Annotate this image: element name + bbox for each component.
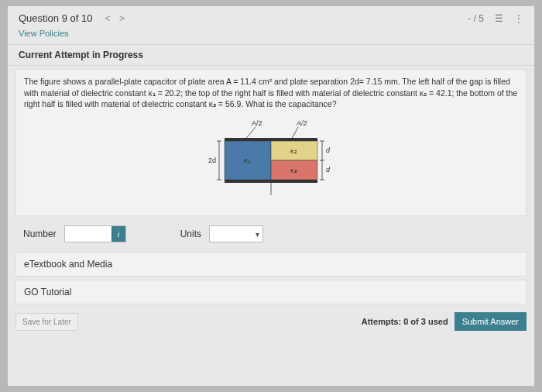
units-select[interactable]: ▾ xyxy=(209,225,263,242)
question-body: The figure shows a parallel-plate capaci… xyxy=(15,69,527,216)
question-counter: Question 9 of 10 xyxy=(19,12,92,24)
diagram-svg: A/2 A/2 2d κ₁ κ₂ κ₃ xyxy=(182,118,360,203)
footer: Save for Later Attempts: 0 of 3 used Sub… xyxy=(8,308,534,332)
number-label: Number xyxy=(23,229,57,239)
label-k1: κ₁ xyxy=(244,156,251,164)
info-icon[interactable]: i xyxy=(111,226,125,242)
next-arrow-icon[interactable]: > xyxy=(119,13,125,24)
nav-arrows: < > xyxy=(101,12,128,24)
header-bar: Question 9 of 10 < > - / 5 ☰ ⋮ xyxy=(8,6,534,27)
label-a2-left: A/2 xyxy=(252,119,262,127)
label-k2: κ₂ xyxy=(290,147,297,155)
header-left: Question 9 of 10 < > xyxy=(19,12,128,24)
number-input[interactable]: i xyxy=(64,225,126,242)
attempts-text: Attempts: 0 of 3 used xyxy=(362,317,448,326)
question-text: The figure shows a parallel-plate capaci… xyxy=(24,76,518,110)
label-d-lower: d xyxy=(326,166,331,174)
view-policies-link[interactable]: View Policies xyxy=(8,27,534,44)
list-icon[interactable]: ☰ xyxy=(495,13,503,24)
label-a2-right: A/2 xyxy=(296,119,307,127)
units-label: Units xyxy=(180,229,201,239)
etextbook-link[interactable]: eTextbook and Media xyxy=(15,252,527,277)
label-2d: 2d xyxy=(208,156,216,164)
label-d-upper: d xyxy=(326,146,331,154)
go-tutorial-link[interactable]: GO Tutorial xyxy=(15,280,527,304)
capacitor-diagram: A/2 A/2 2d κ₁ κ₂ κ₃ xyxy=(24,110,518,209)
submit-answer-button[interactable]: Submit Answer xyxy=(455,312,527,331)
answer-row: Number i Units ▾ xyxy=(15,219,527,249)
more-icon[interactable]: ⋮ xyxy=(514,13,523,24)
page-container: Question 9 of 10 < > - / 5 ☰ ⋮ View Poli… xyxy=(8,6,534,386)
save-for-later-button[interactable]: Save for Later xyxy=(15,313,78,331)
label-k3: κ₃ xyxy=(290,167,297,174)
attempt-status: Current Attempt in Progress xyxy=(8,44,534,66)
bottom-plate xyxy=(225,180,317,183)
prev-arrow-icon[interactable]: < xyxy=(105,13,110,24)
footer-right: Attempts: 0 of 3 used Submit Answer xyxy=(362,312,527,331)
top-plate xyxy=(225,138,317,141)
chevron-down-icon: ▾ xyxy=(256,230,259,239)
header-right: - / 5 ☰ ⋮ xyxy=(468,13,523,24)
score-display: - / 5 xyxy=(468,13,484,24)
